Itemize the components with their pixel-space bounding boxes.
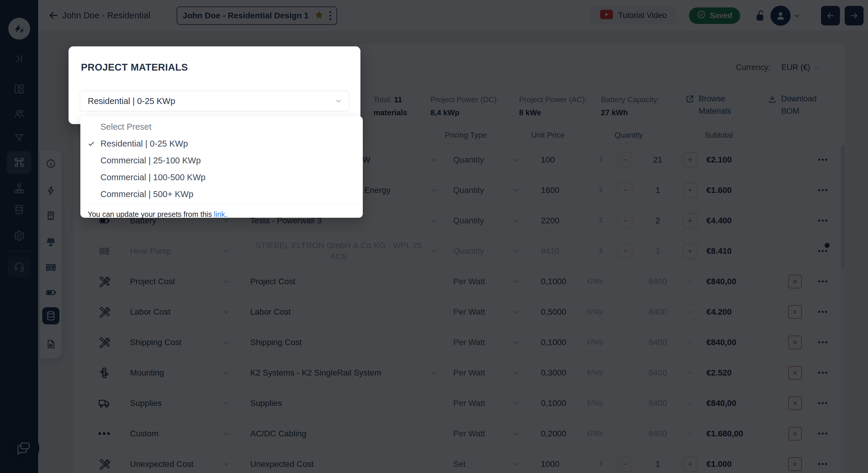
preset-select-value: Residential | 0-25 KWp [88, 96, 175, 106]
preset-select[interactable]: Residential | 0-25 KWp [80, 91, 349, 112]
chevron-down-icon [335, 97, 342, 105]
preset-option[interactable]: Residential | 0-25 KWp [80, 135, 363, 152]
preset-option[interactable]: Select Preset [80, 119, 363, 135]
modal-title: PROJECT MATERIALS [81, 62, 188, 73]
footer-text: You can update your presets from this [88, 210, 214, 218]
preset-option[interactable]: Commercial | 500+ KWp [80, 186, 363, 203]
app-window: John Doe - Residential John Doe - Reside… [0, 0, 868, 473]
footer-text: . [225, 210, 227, 218]
dropdown-footer: You can update your presets from this li… [80, 205, 363, 218]
check-icon [88, 140, 95, 148]
presets-link[interactable]: link [214, 210, 225, 218]
preset-option[interactable]: Commercial | 100-500 KWp [80, 169, 363, 186]
project-materials-modal: PROJECT MATERIALS Residential | 0-25 KWp [68, 46, 361, 124]
preset-option[interactable]: Commercial | 25-100 KWp [80, 152, 363, 169]
preset-dropdown: Select PresetResidential | 0-25 KWpComme… [80, 116, 363, 218]
